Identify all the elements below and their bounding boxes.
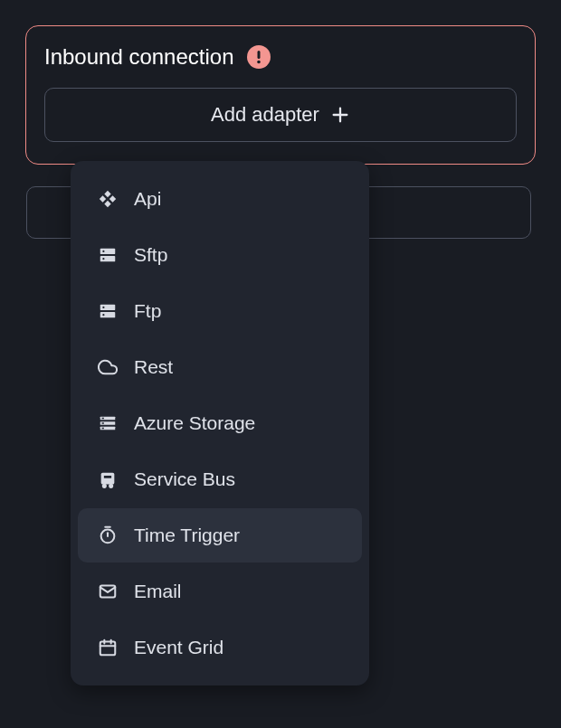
svg-rect-21 xyxy=(102,418,104,419)
dropdown-item-label: Rest xyxy=(134,356,173,378)
dropdown-item-label: Sftp xyxy=(134,244,167,266)
dropdown-item-azure-storage[interactable]: Azure Storage xyxy=(78,396,362,450)
server-icon xyxy=(98,301,118,321)
svg-marker-7 xyxy=(100,195,106,202)
svg-point-12 xyxy=(102,251,104,252)
svg-rect-10 xyxy=(100,249,116,254)
svg-rect-32 xyxy=(100,642,116,656)
dropdown-item-sftp[interactable]: Sftp xyxy=(78,228,362,282)
svg-marker-6 xyxy=(104,191,110,197)
svg-point-17 xyxy=(102,314,104,316)
svg-rect-0 xyxy=(257,51,260,59)
dropdown-item-label: Api xyxy=(134,188,161,210)
dropdown-item-ftp[interactable]: Ftp xyxy=(78,284,362,338)
dropdown-item-time-trigger[interactable]: Time Trigger xyxy=(78,508,362,563)
svg-rect-22 xyxy=(102,422,104,423)
svg-point-16 xyxy=(102,307,104,308)
dropdown-item-label: Ftp xyxy=(134,300,161,322)
email-icon xyxy=(98,581,118,601)
svg-rect-14 xyxy=(100,305,116,310)
dropdown-item-rest[interactable]: Rest xyxy=(78,340,362,394)
svg-point-1 xyxy=(257,61,261,64)
svg-point-27 xyxy=(109,485,112,487)
dropdown-item-label: Time Trigger xyxy=(134,525,240,546)
server-icon xyxy=(98,245,118,265)
api-icon xyxy=(98,189,118,209)
svg-marker-9 xyxy=(104,201,110,207)
svg-point-26 xyxy=(103,485,106,487)
dropdown-item-label: Azure Storage xyxy=(134,412,255,434)
bus-icon xyxy=(98,469,118,489)
add-adapter-label: Add adapter xyxy=(211,103,319,127)
alert-icon xyxy=(247,45,271,69)
dropdown-item-label: Email xyxy=(134,581,182,602)
dropdown-item-service-bus[interactable]: Service Bus xyxy=(78,452,362,506)
panel-header: Inbound connection xyxy=(44,44,517,70)
svg-rect-15 xyxy=(100,312,116,317)
svg-rect-11 xyxy=(100,256,116,261)
svg-point-13 xyxy=(102,258,104,260)
panel-title: Inbound connection xyxy=(44,44,234,70)
calendar-icon xyxy=(98,638,118,657)
add-adapter-button[interactable]: Add adapter xyxy=(44,88,517,142)
dropdown-item-label: Service Bus xyxy=(134,468,235,490)
cloud-icon xyxy=(98,357,118,377)
dropdown-item-email[interactable]: Email xyxy=(78,564,362,619)
inbound-connection-panel: Inbound connection Add adapter xyxy=(25,25,536,165)
svg-rect-25 xyxy=(103,475,112,479)
adapter-dropdown-menu: Api Sftp Ftp R xyxy=(71,161,369,685)
dropdown-item-api[interactable]: Api xyxy=(78,172,362,226)
timer-icon xyxy=(98,525,118,545)
dropdown-item-label: Event Grid xyxy=(134,637,223,658)
storage-icon xyxy=(98,413,118,433)
plus-icon xyxy=(330,105,350,125)
dropdown-item-event-grid[interactable]: Event Grid xyxy=(78,620,362,675)
svg-rect-23 xyxy=(102,428,104,429)
svg-marker-8 xyxy=(109,195,116,202)
